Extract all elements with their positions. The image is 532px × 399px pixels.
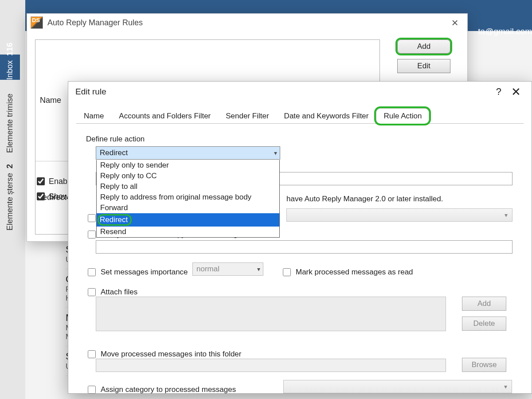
folder-deleted-label: Elemente șterse — [5, 173, 14, 231]
close-icon[interactable]: ✕ — [508, 85, 524, 99]
importance-combo[interactable]: normal ▾ — [192, 262, 263, 276]
action-option[interactable]: Reply to address from original message b… — [97, 192, 279, 203]
rule-action-panel: Define rule action Redirect ▾ Reply only… — [86, 135, 518, 384]
version-hint: have Auto Reply Manager 2.0 or later ins… — [286, 195, 443, 203]
folder-deleted[interactable]: Elemente șterse 2 — [0, 205, 20, 231]
move-folder-input[interactable] — [96, 359, 446, 372]
tab-rule-action[interactable]: Rule Action — [376, 108, 429, 124]
chevron-down-icon: ▾ — [274, 149, 277, 156]
category-select[interactable]: ▾ — [283, 380, 512, 393]
folder-inbox[interactable]: Inbox 116 — [0, 55, 20, 80]
define-action-label: Define rule action — [86, 135, 518, 144]
rules-title: Auto Reply Manager Rules — [47, 18, 143, 27]
first-option-checkbox[interactable] — [88, 214, 96, 222]
folder-sent-label: Elemente trimise — [5, 94, 14, 153]
action-option[interactable]: Reply only to sender — [97, 160, 279, 171]
category-checkbox[interactable] — [88, 386, 96, 394]
mark-read-checkbox[interactable] — [283, 268, 291, 276]
action-option[interactable]: Reply only to CC — [97, 171, 279, 181]
rule-action-dropdown: Reply only to sender Reply only to CC Re… — [96, 160, 280, 238]
chevron-down-icon: ▾ — [504, 383, 507, 390]
help-icon[interactable]: ? — [490, 86, 508, 98]
action-option-selected[interactable]: Redirect — [97, 213, 279, 227]
edit-button[interactable]: Edit — [397, 59, 450, 73]
folder-deleted-count: 2 — [5, 164, 14, 168]
importance-checkbox[interactable] — [88, 268, 96, 276]
account-email-fragment: ta@gmail.com — [478, 27, 532, 36]
tab-name[interactable]: Name — [76, 108, 111, 124]
importance-value: normal — [196, 265, 219, 274]
selected-ring-highlight: Redirect — [98, 214, 132, 226]
importance-label: Set messages importance — [101, 268, 188, 277]
chevron-down-icon: ▾ — [257, 266, 260, 273]
rule-action-combo[interactable]: Redirect ▾ Reply only to sender Reply on… — [96, 146, 280, 160]
move-label: Move processed messages into this folder — [101, 350, 242, 359]
bcc-input[interactable] — [96, 240, 512, 254]
edit-titlebar: Edit rule ? ✕ — [68, 82, 532, 102]
attach-checkbox[interactable] — [88, 288, 96, 296]
edit-title: Edit rule — [75, 87, 106, 97]
action-option[interactable]: Reply to all — [97, 181, 279, 192]
attach-label: Attach files — [101, 288, 137, 297]
combo-value: Redirect — [100, 149, 128, 157]
move-checkbox[interactable] — [88, 350, 96, 358]
action-option[interactable]: Forward — [97, 203, 279, 213]
attach-add-button[interactable]: Add — [462, 297, 506, 311]
add-button[interactable]: Add — [397, 39, 450, 54]
bcc-checkbox[interactable] — [88, 231, 96, 239]
folder-sidebar: Inbox 116 Elemente trimise Elemente șter… — [0, 0, 25, 399]
rules-titlebar: DS Auto Reply Manager Rules × — [27, 14, 467, 31]
category-label: Assign category to processed messages — [101, 385, 236, 394]
attach-list[interactable] — [96, 297, 446, 331]
browse-button[interactable]: Browse — [462, 358, 506, 372]
tab-sender-filter[interactable]: Sender Filter — [218, 108, 276, 124]
tab-accounts-folders[interactable]: Accounts and Folders Filter — [111, 108, 218, 124]
chevron-down-icon: ▾ — [505, 211, 508, 219]
enable-checkbox[interactable] — [37, 177, 45, 185]
edit-rule-dialog: Edit rule ? ✕ Name Accounts and Folders … — [68, 81, 532, 394]
action-option[interactable]: Resend — [97, 227, 279, 237]
dependent-select[interactable]: ▾ — [286, 208, 512, 222]
mark-read-label: Mark processed messages as read — [296, 268, 413, 277]
tab-strip: Name Accounts and Folders Filter Sender … — [76, 108, 524, 124]
folder-sent[interactable]: Elemente trimise — [0, 128, 20, 153]
attach-delete-button[interactable]: Delete — [462, 317, 506, 331]
show-checkbox[interactable] — [37, 192, 45, 200]
folder-inbox-label: Inbox — [5, 60, 14, 80]
app-logo-icon: DS — [31, 16, 43, 29]
close-icon[interactable]: × — [446, 14, 464, 31]
folder-inbox-count: 116 — [5, 43, 14, 56]
tab-date-keywords[interactable]: Date and Keywords Filter — [277, 108, 376, 124]
